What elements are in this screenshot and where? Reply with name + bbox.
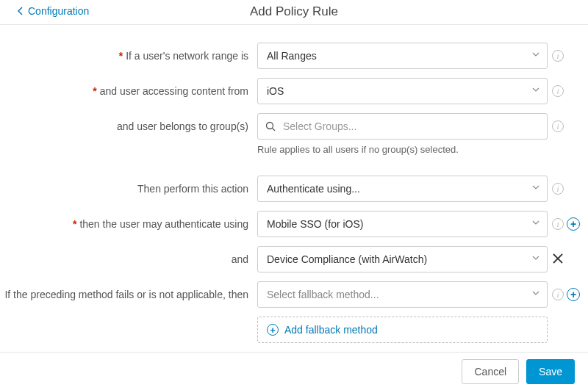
select-auth-primary[interactable]: Mobile SSO (for iOS) bbox=[257, 211, 548, 237]
add-auth-method-button[interactable]: + bbox=[567, 217, 580, 231]
page-title: Add Policy Rule bbox=[0, 4, 588, 19]
label-action: Then perform this action bbox=[0, 183, 257, 195]
info-icon[interactable]: i bbox=[552, 183, 564, 195]
info-icon[interactable]: i bbox=[552, 50, 564, 62]
select-action[interactable]: Authenticate using... bbox=[257, 176, 548, 202]
info-icon[interactable]: i bbox=[552, 289, 564, 300]
cancel-button[interactable]: Cancel bbox=[462, 359, 519, 384]
select-auth-and[interactable]: Device Compliance (with AirWatch) bbox=[257, 246, 548, 272]
label-and: and bbox=[0, 253, 257, 265]
select-network-range[interactable]: All Ranges bbox=[257, 43, 548, 69]
remove-auth-button[interactable] bbox=[552, 253, 565, 266]
label-auth-primary: *then the user may authenticate using bbox=[0, 218, 257, 230]
plus-icon: + bbox=[267, 324, 279, 336]
info-icon[interactable]: i bbox=[552, 85, 564, 97]
label-groups: and user belongs to group(s) bbox=[0, 120, 257, 132]
select-accessing-from[interactable]: iOS bbox=[257, 78, 548, 104]
search-icon bbox=[265, 121, 276, 131]
svg-line-1 bbox=[273, 129, 276, 131]
group-select-input[interactable] bbox=[257, 113, 548, 140]
group-search-field[interactable] bbox=[282, 120, 539, 133]
label-fallback: If the preceding method fails or is not … bbox=[0, 289, 257, 300]
add-fallback-and-button[interactable]: + bbox=[567, 288, 580, 301]
label-network-range: *If a user's network range is bbox=[0, 50, 257, 62]
info-icon[interactable]: i bbox=[552, 120, 564, 132]
select-fallback[interactable]: Select fallback method... bbox=[257, 281, 548, 308]
save-button[interactable]: Save bbox=[526, 359, 575, 384]
groups-hint: Rule applies to all users if no group(s)… bbox=[257, 142, 548, 162]
svg-point-0 bbox=[267, 123, 273, 129]
label-accessing-from: *and user accessing content from bbox=[0, 85, 257, 97]
info-icon[interactable]: i bbox=[552, 218, 564, 230]
add-fallback-button[interactable]: + Add fallback method bbox=[257, 317, 548, 343]
